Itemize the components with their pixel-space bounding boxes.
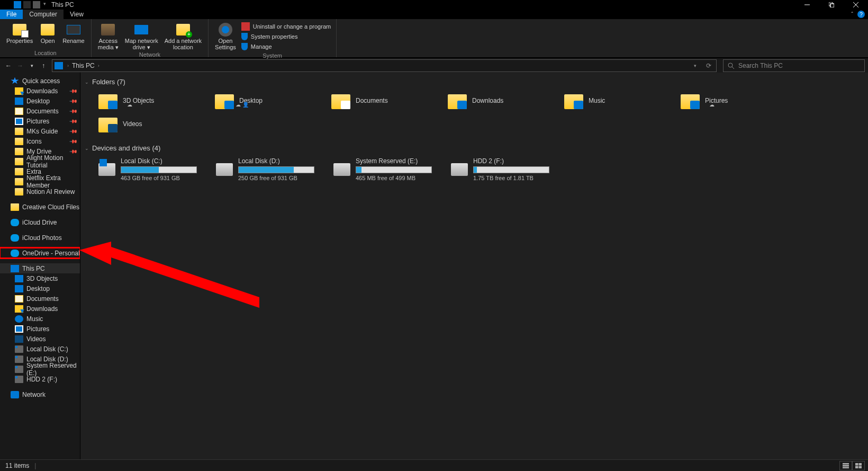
access-media-button[interactable]: Access media ▾ — [95, 21, 122, 51]
add-network-location-button[interactable]: +Add a network location — [161, 21, 205, 51]
sidebar-item[interactable]: 3D Objects — [0, 273, 80, 283]
folder-item[interactable]: ☁ 3D Objects — [96, 89, 213, 112]
tab-computer[interactable]: Computer — [23, 10, 64, 19]
folders-section-header[interactable]: ⌄Folders (7) — [80, 76, 868, 88]
up-button[interactable]: ↑ — [38, 60, 49, 71]
tree-label: Local Disk (C:) — [26, 345, 68, 353]
manage-button[interactable]: Manage — [241, 42, 331, 51]
address-dropdown[interactable]: ▾ — [690, 63, 700, 68]
sidebar-network[interactable]: Network — [0, 389, 80, 399]
cloud-icon — [11, 250, 19, 257]
folder-item[interactable]: Documents — [329, 89, 446, 112]
sidebar-item[interactable]: Music — [0, 314, 80, 324]
back-button[interactable]: ← — [3, 60, 14, 71]
open-button[interactable]: Open — [36, 21, 59, 45]
tree-label: OneDrive - Personal — [22, 250, 80, 257]
sidebar-item[interactable]: Videos — [0, 334, 80, 344]
qat-icon[interactable] — [23, 1, 31, 8]
collapse-ribbon-button[interactable]: ˆ — [851, 11, 853, 17]
sidebar-item[interactable]: Local Disk (C:) — [0, 344, 80, 354]
breadcrumb-this-pc[interactable]: This PC — [70, 62, 97, 69]
sidebar-item[interactable]: System Reserved (E:) — [0, 364, 80, 374]
hdd-icon — [15, 356, 23, 363]
sidebar-item[interactable]: Pictures📌 — [0, 116, 80, 126]
svg-rect-9 — [843, 463, 849, 464]
sidebar-icloud-photos[interactable]: iCloud Photos — [0, 233, 80, 243]
rename-button[interactable]: Rename — [59, 21, 88, 45]
details-view-button[interactable] — [839, 461, 852, 470]
drive-item[interactable]: Local Disk (C:) 463 GB free of 931 GB — [96, 155, 214, 183]
open-settings-button[interactable]: Open Settings — [212, 21, 239, 51]
sidebar-icloud-drive[interactable]: iCloud Drive — [0, 217, 80, 227]
sidebar-item[interactable]: Downloads — [0, 304, 80, 314]
minimize-button[interactable] — [795, 0, 819, 10]
folder-item[interactable]: ☁ 👤 Desktop — [213, 89, 329, 112]
sidebar-item[interactable]: HDD 2 (F:) — [0, 374, 80, 384]
drive-item[interactable]: System Reserved (E:) 465 MB free of 499 … — [331, 155, 449, 183]
breadcrumb-sep[interactable]: › — [66, 63, 70, 68]
folder-item[interactable]: ☁ Pictures — [679, 89, 795, 112]
sidebar-quick-access[interactable]: Quick access — [0, 76, 80, 86]
desktop-icon — [15, 97, 23, 105]
sidebar-item[interactable]: Netflix Extra Member — [0, 176, 80, 186]
drives-section-header[interactable]: ⌄Devices and drives (4) — [80, 142, 868, 154]
close-button[interactable] — [844, 0, 868, 10]
chevron-down-icon: ⌄ — [85, 146, 89, 151]
drive-item[interactable]: HDD 2 (F:) 1.75 TB free of 1.81 TB — [449, 155, 566, 183]
tab-view[interactable]: View — [64, 10, 90, 19]
tree-label: Music — [26, 315, 43, 323]
recent-locations-button[interactable]: ▾ — [26, 60, 37, 71]
tree-label: HDD 2 (F:) — [26, 376, 57, 383]
sidebar-creative-cloud[interactable]: Creative Cloud Files — [0, 202, 80, 212]
address-bar[interactable]: › This PC › ▾ ⟳ — [52, 59, 717, 72]
properties-button[interactable]: Properties — [3, 21, 36, 45]
sidebar-item[interactable]: Desktop📌 — [0, 96, 80, 106]
search-box[interactable] — [723, 59, 865, 72]
qat-icon[interactable] — [33, 1, 40, 8]
sidebar-item[interactable]: Notion AI Review — [0, 186, 80, 197]
uninstall-program-button[interactable]: Uninstall or change a program — [241, 22, 331, 31]
fold-icon — [15, 128, 23, 135]
refresh-button[interactable]: ⟳ — [703, 62, 714, 69]
folder-label: Pictures — [705, 97, 728, 104]
sidebar-item[interactable]: Desktop — [0, 283, 80, 294]
titlebar: ▾ This PC — [0, 0, 868, 10]
map-drive-button[interactable]: Map network drive ▾ — [122, 21, 161, 51]
search-input[interactable] — [738, 62, 860, 69]
breadcrumb-sep[interactable]: › — [97, 63, 101, 68]
system-properties-button[interactable]: System properties — [241, 32, 331, 41]
down-icon — [15, 305, 23, 313]
drive-item[interactable]: Local Disk (D:) 250 GB free of 931 GB — [214, 155, 331, 183]
maximize-button[interactable] — [819, 0, 844, 10]
cloud-status-icon: ☁ 👤 — [236, 102, 249, 108]
tree-label: Quick access — [22, 77, 60, 85]
sidebar-this-pc[interactable]: This PC — [0, 263, 80, 273]
sidebar-item[interactable]: Downloads📌 — [0, 86, 80, 96]
folder-item[interactable]: Downloads — [446, 89, 562, 112]
tree-label: Network — [22, 391, 46, 398]
help-button[interactable]: ? — [857, 11, 865, 18]
drive-free-text: 1.75 TB free of 1.81 TB — [473, 175, 564, 181]
drive-usage-bar — [238, 166, 314, 173]
sidebar-onedrive[interactable]: OneDrive - Personal — [0, 248, 80, 258]
sidebar-item[interactable]: Documents📌 — [0, 106, 80, 116]
quick-access-toolbar: ▾ — [14, 1, 46, 8]
forward-button[interactable]: → — [15, 60, 25, 71]
drive-name: System Reserved (E:) — [356, 157, 447, 165]
sidebar-item[interactable]: Pictures — [0, 324, 80, 334]
svg-rect-2 — [830, 4, 834, 7]
pic-icon — [15, 325, 23, 333]
qat-dropdown[interactable]: ▾ — [43, 1, 46, 8]
folder-icon — [564, 92, 583, 109]
tree-label: This PC — [22, 265, 45, 272]
sidebar-item[interactable]: Documents — [0, 294, 80, 304]
navigation-pane: Quick accessDownloads📌Desktop📌Documents📌… — [0, 73, 80, 459]
tiles-view-button[interactable] — [852, 461, 865, 470]
sidebar-item[interactable]: MKs Guide📌 — [0, 126, 80, 136]
sidebar-item[interactable]: Icons📌 — [0, 136, 80, 146]
sidebar-item[interactable]: Alight Motion Tutorial — [0, 156, 80, 166]
drive-icon — [98, 163, 115, 176]
folder-item[interactable]: Videos — [96, 112, 213, 136]
tab-file[interactable]: File — [0, 10, 23, 19]
folder-item[interactable]: Music — [562, 89, 679, 112]
